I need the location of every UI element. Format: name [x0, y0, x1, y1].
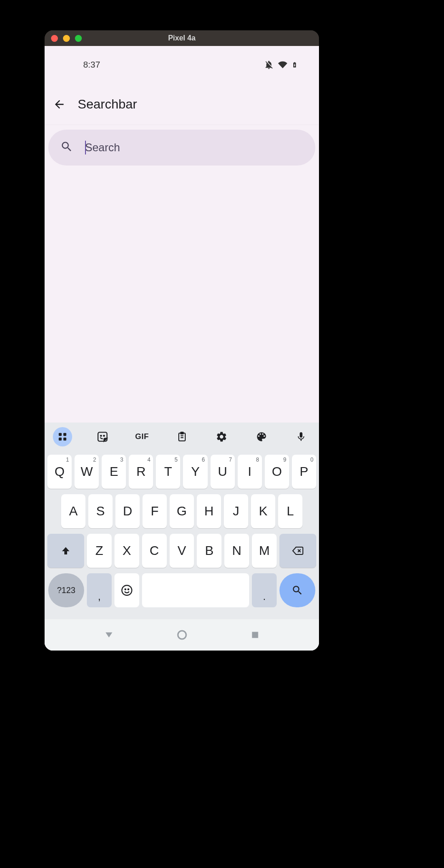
key-enter[interactable]: [279, 573, 315, 607]
key-f[interactable]: F: [142, 494, 167, 528]
key-l[interactable]: L: [278, 494, 302, 528]
window-title: Pixel 4a: [168, 34, 196, 42]
gear-icon: [216, 431, 228, 443]
key-a[interactable]: A: [61, 494, 85, 528]
apps-icon: [57, 432, 68, 442]
device-screen: 8:37 Searchbar: [45, 46, 319, 651]
key-space[interactable]: [142, 573, 249, 607]
svg-point-16: [178, 631, 186, 639]
window-minimize-button[interactable]: [63, 35, 70, 42]
key-comma[interactable]: ,: [87, 573, 112, 607]
key-shift[interactable]: [47, 534, 84, 568]
svg-point-13: [122, 585, 132, 595]
svg-point-6: [103, 435, 104, 436]
key-r[interactable]: R4: [129, 455, 153, 489]
key-o[interactable]: O9: [265, 455, 289, 489]
search-input[interactable]: [85, 141, 303, 154]
kb-theme-button[interactable]: [252, 427, 271, 446]
kb-gif-button[interactable]: GIF: [132, 427, 152, 446]
key-backspace[interactable]: [279, 534, 316, 568]
status-time: 8:37: [83, 60, 100, 70]
arrow-back-icon: [53, 98, 66, 111]
svg-point-5: [100, 435, 101, 436]
svg-point-15: [128, 589, 129, 590]
svg-rect-8: [181, 432, 183, 434]
key-e[interactable]: E3: [102, 455, 126, 489]
content-area: [45, 170, 319, 423]
dnd-off-icon: [264, 60, 274, 70]
key-n[interactable]: N: [224, 534, 249, 568]
emulator-window: Pixel 4a 8:37 Searchbar: [45, 30, 319, 651]
status-bar: 8:37: [45, 46, 319, 84]
key-s[interactable]: S: [88, 494, 113, 528]
back-button[interactable]: [51, 96, 68, 113]
key-i[interactable]: I8: [238, 455, 262, 489]
emoji-icon: [121, 584, 133, 596]
circle-icon: [176, 629, 188, 640]
text-cursor: [85, 141, 86, 154]
keyboard: GIF Q1 W2 E3: [45, 423, 319, 651]
nav-recents-button[interactable]: [248, 628, 262, 642]
key-h[interactable]: H: [197, 494, 221, 528]
svg-rect-3: [63, 438, 66, 440]
svg-rect-2: [59, 438, 62, 440]
key-b[interactable]: B: [197, 534, 222, 568]
app-bar: Searchbar: [45, 84, 319, 125]
key-c[interactable]: C: [142, 534, 167, 568]
key-u[interactable]: U7: [211, 455, 235, 489]
android-nav-bar: [45, 619, 319, 651]
keyboard-toolbar: GIF: [45, 423, 319, 451]
keyboard-row-1: Q1 W2 E3 R4 T5 Y6 U7 I8 O9 P0: [46, 455, 317, 489]
nav-back-button[interactable]: [102, 628, 116, 642]
kb-apps-button[interactable]: [53, 427, 72, 446]
keyboard-row-3: Z X C V B N M: [46, 534, 317, 568]
svg-rect-17: [252, 632, 258, 638]
mac-titlebar: Pixel 4a: [45, 30, 319, 46]
key-w[interactable]: W2: [74, 455, 99, 489]
key-d[interactable]: D: [115, 494, 140, 528]
clipboard-icon: [176, 431, 188, 442]
sticker-icon: [97, 431, 108, 443]
key-y[interactable]: Y6: [183, 455, 207, 489]
svg-rect-0: [59, 433, 62, 436]
keyboard-rows: Q1 W2 E3 R4 T5 Y6 U7 I8 O9 P0 A S D F G: [45, 451, 319, 619]
key-p[interactable]: P0: [292, 455, 316, 489]
search-icon: [60, 140, 73, 155]
traffic-lights: [51, 35, 82, 42]
key-x[interactable]: X: [114, 534, 139, 568]
gif-label: GIF: [135, 432, 149, 441]
key-symbols[interactable]: ?123: [48, 573, 84, 607]
window-zoom-button[interactable]: [75, 35, 82, 42]
key-g[interactable]: G: [170, 494, 194, 528]
key-m[interactable]: M: [252, 534, 277, 568]
searchbar[interactable]: [48, 130, 315, 166]
shift-icon: [60, 545, 71, 556]
key-z[interactable]: Z: [87, 534, 112, 568]
nav-home-button[interactable]: [175, 628, 189, 642]
mic-icon: [296, 431, 307, 442]
search-area: [45, 125, 319, 170]
wifi-icon: [278, 60, 288, 69]
window-close-button[interactable]: [51, 35, 58, 42]
key-k[interactable]: K: [251, 494, 275, 528]
keyboard-row-4: ?123 , .: [46, 573, 317, 614]
key-t[interactable]: T5: [156, 455, 180, 489]
key-v[interactable]: V: [170, 534, 194, 568]
palette-icon: [256, 431, 268, 443]
key-q[interactable]: Q1: [47, 455, 72, 489]
key-period[interactable]: .: [252, 573, 277, 607]
key-j[interactable]: J: [224, 494, 248, 528]
kb-settings-button[interactable]: [212, 427, 231, 446]
kb-sticker-button[interactable]: [93, 427, 112, 446]
square-icon: [250, 630, 260, 640]
page-title: Searchbar: [78, 97, 137, 112]
kb-mic-button[interactable]: [291, 427, 311, 446]
key-emoji[interactable]: [114, 573, 139, 607]
kb-clipboard-button[interactable]: [172, 427, 192, 446]
keyboard-row-2: A S D F G H J K L: [46, 494, 317, 528]
svg-point-14: [125, 589, 126, 590]
backspace-icon: [291, 545, 305, 556]
search-icon: [291, 584, 303, 596]
svg-rect-1: [63, 433, 66, 436]
battery-charging-icon: [291, 60, 298, 70]
